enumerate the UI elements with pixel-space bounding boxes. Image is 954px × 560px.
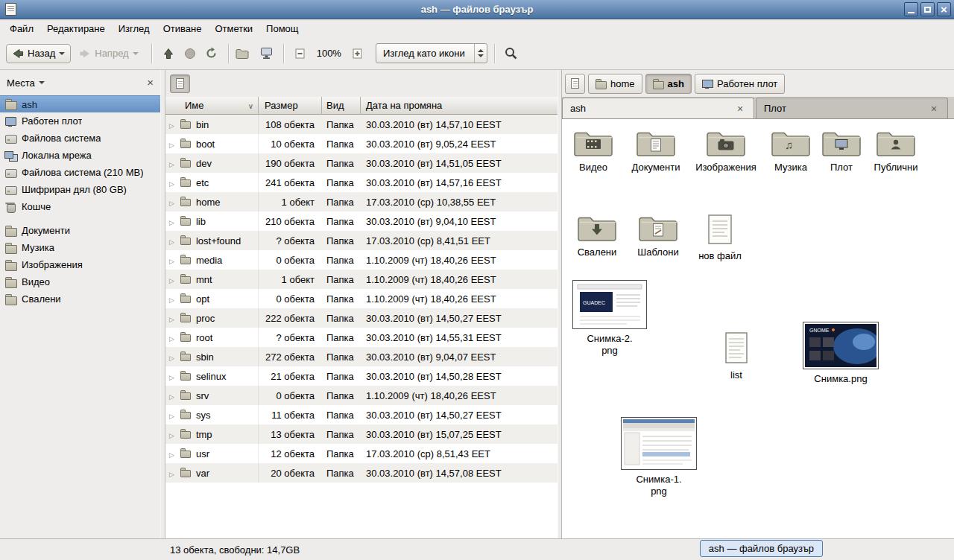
tab-close-icon[interactable] (928, 103, 940, 115)
reload-button[interactable] (202, 43, 221, 64)
table-row[interactable]: home 1 обект Папка 17.03.2010 (ср) 10,38… (165, 192, 557, 211)
sidebar-item[interactable]: Шифриран дял (80 GB) (0, 181, 160, 198)
back-history-icon[interactable] (59, 52, 65, 58)
table-row[interactable]: media 0 обекта Папка 1.10.2009 (чт) 18,4… (165, 250, 557, 270)
icon-item-list-file[interactable]: list (714, 332, 759, 381)
table-row[interactable]: tmp 13 обекта Папка 30.03.2010 (вт) 15,0… (165, 424, 557, 444)
column-header-type[interactable]: Вид (322, 97, 361, 115)
icon-grid[interactable]: Видео Документи Изображения (562, 119, 954, 538)
table-row[interactable]: sbin 272 обекта Папка 30.03.2010 (вт) 9,… (165, 347, 557, 366)
table-row[interactable]: proc 222 обекта Папка 30.03.2010 (вт) 14… (165, 308, 557, 328)
breadcrumb-ash[interactable]: ash (645, 74, 692, 94)
menu-item[interactable]: Отиване (157, 21, 209, 36)
icon-item-public-folder[interactable]: Публични (866, 128, 926, 174)
pane-resize-handle[interactable] (160, 70, 165, 538)
view-mode-spinner-icon[interactable] (474, 44, 487, 63)
table-row[interactable]: selinux 21 обекта Папка 30.03.2010 (вт) … (165, 366, 557, 386)
forward-button[interactable]: Напред (73, 44, 144, 63)
root-breadcrumb-button[interactable] (565, 74, 585, 94)
table-row[interactable]: usr 12 обекта Папка 17.03.2010 (ср) 8,51… (165, 444, 557, 463)
back-button[interactable]: Назад (6, 44, 71, 63)
table-row[interactable]: sys 11 обекта Папка 30.03.2010 (вт) 14,5… (165, 405, 557, 424)
icon-item-documents-folder[interactable]: Документи (625, 128, 687, 174)
expander-icon[interactable] (169, 332, 180, 343)
menu-item[interactable]: Отметки (208, 21, 259, 36)
search-button[interactable] (502, 43, 521, 64)
icon-item-pictures-folder[interactable]: Изображения (695, 128, 757, 174)
table-row[interactable]: bin 108 обекта Папка 30.03.2010 (вт) 14,… (165, 115, 557, 134)
expander-icon[interactable] (169, 293, 180, 305)
menu-item[interactable]: Файл (3, 21, 40, 36)
expander-icon[interactable] (169, 410, 180, 421)
expander-icon[interactable] (169, 468, 180, 479)
close-button[interactable] (937, 2, 951, 16)
icon-item-snimka-image[interactable]: GNOME Снимка.png (799, 322, 882, 385)
menu-item[interactable]: Помощ (259, 21, 305, 36)
table-row[interactable]: boot 10 обекта Папка 30.03.2010 (вт) 9,0… (165, 134, 557, 153)
expander-icon[interactable] (169, 255, 180, 266)
sidebar-item[interactable]: Локална мрежа (0, 147, 160, 164)
menu-item[interactable]: Изглед (112, 21, 157, 36)
sidebar-item[interactable]: Изображения (0, 256, 160, 273)
table-row[interactable]: root ? обекта Папка 30.03.2010 (вт) 14,5… (165, 328, 557, 347)
expander-icon[interactable] (169, 119, 180, 130)
up-button[interactable] (159, 43, 178, 64)
root-breadcrumb-button[interactable] (170, 74, 190, 93)
expander-icon[interactable] (169, 390, 180, 401)
icon-item-music-folder[interactable]: ♫ Музика (762, 128, 820, 174)
expander-icon[interactable] (169, 197, 180, 208)
table-row[interactable]: lost+found ? обекта Папка 17.03.2010 (ср… (165, 231, 557, 250)
menu-item[interactable]: Редактиране (40, 21, 112, 36)
sidebar-item[interactable]: Видео (0, 273, 160, 290)
expander-icon[interactable] (169, 351, 180, 363)
expander-icon[interactable] (169, 429, 180, 440)
tab-plot[interactable]: Плот (756, 98, 948, 118)
icon-item-snimka2-image[interactable]: GUADEC Снимка-2.png (569, 280, 650, 357)
breadcrumb-desktop[interactable]: Работен плот (695, 74, 785, 94)
minimize-button[interactable] (904, 2, 918, 16)
table-row[interactable]: lib 210 обекта Папка 30.03.2010 (вт) 9,0… (165, 211, 557, 231)
expander-icon[interactable] (169, 448, 180, 459)
column-header-date[interactable]: Дата на промяна (361, 97, 557, 115)
expander-icon[interactable] (169, 158, 180, 169)
icon-item-downloads-folder[interactable]: Свалени (568, 213, 626, 258)
sidebar-item[interactable]: Файлова система (0, 130, 160, 147)
icon-item-new-file[interactable]: нов файл (690, 214, 750, 262)
view-mode-select[interactable]: Изглед като икони (376, 43, 487, 63)
icon-item-desktop-folder[interactable]: Плот (815, 128, 868, 174)
table-row[interactable]: mnt 1 обект Папка 1.10.2009 (чт) 18,40,2… (165, 270, 557, 289)
tab-ash[interactable]: ash (562, 98, 754, 118)
sidebar-item[interactable]: Файлова система (210 MB) (0, 164, 160, 181)
table-row[interactable]: dev 190 обекта Папка 30.03.2010 (вт) 14,… (165, 153, 557, 173)
expander-icon[interactable] (169, 371, 180, 382)
sidebar-item[interactable]: Работен плот (0, 112, 160, 130)
table-row[interactable]: srv 0 обекта Папка 1.10.2009 (чт) 18,40,… (165, 386, 557, 405)
home-button[interactable] (236, 43, 255, 64)
expander-icon[interactable] (169, 139, 180, 150)
sidebar-item[interactable]: Свалени (0, 290, 160, 308)
table-row[interactable]: var 20 обекта Папка 30.03.2010 (вт) 14,5… (165, 463, 557, 483)
sidebar-item[interactable]: ash (0, 95, 160, 112)
zoom-in-button[interactable] (348, 43, 367, 64)
sidebar-item[interactable]: Кошче (0, 198, 160, 215)
expander-icon[interactable] (169, 216, 180, 227)
icon-item-video-folder[interactable]: Видео (563, 128, 623, 174)
column-header-size[interactable]: Размер (259, 97, 322, 115)
maximize-button[interactable] (920, 2, 935, 16)
tab-close-icon[interactable] (734, 103, 746, 115)
sidebar-title[interactable]: Места (7, 77, 35, 89)
expander-icon[interactable] (169, 235, 180, 246)
sidebar-close-icon[interactable] (147, 77, 154, 89)
sidebar-selector-icon[interactable] (39, 81, 45, 87)
computer-button[interactable] (257, 43, 277, 64)
sidebar-item[interactable]: Документи (0, 222, 160, 239)
expander-icon[interactable] (169, 177, 180, 188)
breadcrumb-home[interactable]: home (588, 74, 642, 94)
expander-icon[interactable] (169, 274, 180, 285)
column-header-name[interactable]: Име (165, 97, 259, 115)
icon-item-snimka1-image[interactable]: Снимка-1.png (619, 417, 699, 497)
icon-item-templates-folder[interactable]: Шаблони (629, 213, 687, 258)
expander-icon[interactable] (169, 313, 180, 324)
sidebar-item[interactable]: Музика (0, 239, 160, 256)
zoom-out-button[interactable] (291, 43, 310, 64)
